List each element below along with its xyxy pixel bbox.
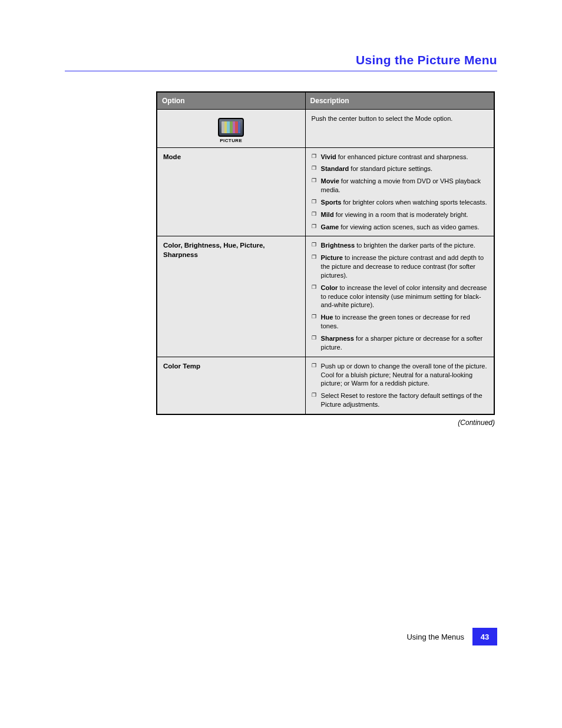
list-item: Sharpness for a sharper picture or decre… — [312, 334, 488, 352]
table-row: Color Temp Push up or down to change the… — [157, 357, 494, 414]
picture-icon-label: PICTURE — [218, 138, 244, 144]
option-mode: Mode — [157, 147, 305, 236]
divider — [65, 71, 497, 71]
list-item: Game for viewing action scenes, such as … — [312, 223, 488, 232]
col-header-option: Option — [157, 92, 305, 110]
footer-label: Using the Menus — [406, 633, 464, 641]
picture-menu-table: Option Description PICTURE Push the cent… — [156, 91, 495, 415]
list-item: Mild for viewing in a room that is moder… — [312, 210, 488, 219]
list-item: Brightness to brighten the darker parts … — [312, 241, 488, 250]
list-item: Picture to increase the picture contrast… — [312, 253, 488, 280]
continued-label: (Continued) — [156, 419, 495, 427]
table-row: Color, Brightness, Hue, Picture, Sharpne… — [157, 236, 494, 357]
list-item: Hue to increase the green tones or decre… — [312, 313, 488, 331]
list-item: Sports for brighter colors when watching… — [312, 198, 488, 207]
option-colortemp: Color Temp — [157, 357, 305, 414]
adjust-list: Brightness to brighten the darker parts … — [312, 241, 488, 351]
section-title: Using the Picture Menu — [65, 53, 497, 67]
page-footer: Using the Menus 43 — [406, 628, 497, 645]
option-adjustments: Color, Brightness, Hue, Picture, Sharpne… — [157, 236, 305, 357]
list-item: Standard for standard picture settings. — [312, 164, 488, 173]
col-header-description: Description — [305, 92, 494, 110]
page-number: 43 — [472, 628, 497, 645]
list-item: Movie for watching a movie from DVD or V… — [312, 177, 488, 195]
mode-description: Push the center button to select the Mod… — [305, 110, 494, 148]
list-item: Color to increase the level of color int… — [312, 284, 488, 310]
colortemp-list: Push up or down to change the overall to… — [312, 362, 488, 409]
list-item: Push up or down to change the overall to… — [312, 362, 488, 388]
list-item: Select Reset to restore the factory defa… — [312, 391, 488, 409]
mode-list: Vivid for enhanced picture contrast and … — [312, 153, 488, 232]
picture-icon: PICTURE — [218, 118, 244, 144]
table-row: PICTURE Push the center button to select… — [157, 110, 494, 148]
list-item: Vivid for enhanced picture contrast and … — [312, 153, 488, 162]
table-row: Mode Vivid for enhanced picture contrast… — [157, 147, 494, 236]
